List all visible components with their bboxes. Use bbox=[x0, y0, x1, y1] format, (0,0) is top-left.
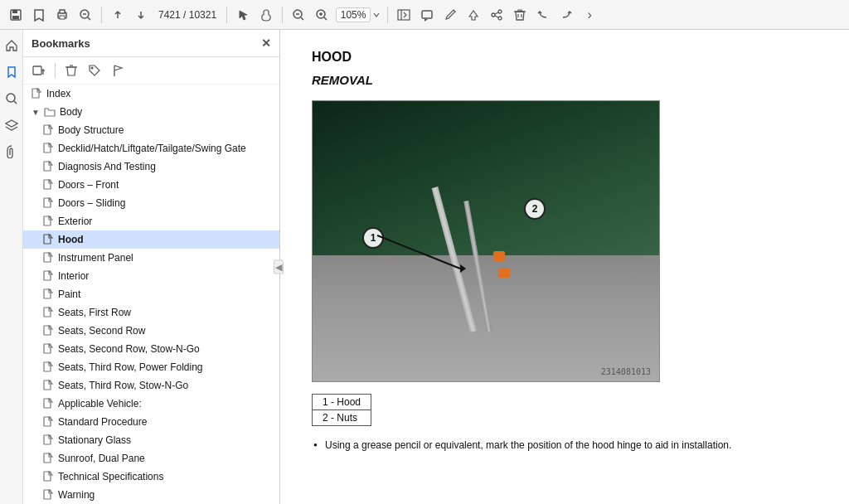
prev-page-icon[interactable] bbox=[109, 6, 127, 24]
bm-doc-icon7 bbox=[41, 215, 55, 228]
undo-icon[interactable] bbox=[534, 6, 552, 24]
zoom-out-icon[interactable] bbox=[289, 6, 308, 24]
bm-sep1 bbox=[55, 63, 56, 78]
bm-doc-icon19 bbox=[41, 434, 55, 447]
bm-label-stationary-glass: Stationary Glass bbox=[58, 434, 131, 446]
bm-label-seats-second: Seats, Second Row bbox=[58, 325, 145, 337]
bm-item-index[interactable]: Index bbox=[23, 85, 279, 103]
bookmarks-close-button[interactable]: ✕ bbox=[261, 36, 271, 50]
bm-item-body-structure[interactable]: Body Structure bbox=[23, 121, 279, 139]
bm-doc-icon12 bbox=[41, 306, 55, 319]
bookmark-icon[interactable] bbox=[30, 6, 48, 24]
bm-label-applicable-vehicle: Applicable Vehicle: bbox=[58, 398, 142, 410]
next-page-icon[interactable] bbox=[132, 6, 150, 24]
bm-item-tech-specs[interactable]: Technical Specifications bbox=[23, 468, 279, 486]
sidebar-layers-icon[interactable] bbox=[2, 116, 21, 134]
redo-icon[interactable] bbox=[557, 6, 575, 24]
zoom-fit-icon[interactable] bbox=[76, 6, 95, 24]
sidebar-search-icon[interactable] bbox=[2, 90, 21, 108]
bm-item-seats-third-stow[interactable]: Seats, Third Row, Stow-N-Go bbox=[23, 376, 279, 395]
fit-page-icon[interactable] bbox=[395, 6, 413, 24]
comment-icon[interactable] bbox=[418, 6, 436, 24]
svg-point-27 bbox=[7, 94, 15, 102]
bm-label-index: Index bbox=[46, 88, 70, 99]
bm-item-doors-sliding[interactable]: Doors – Sliding bbox=[23, 194, 279, 212]
bm-doc-icon20 bbox=[41, 452, 55, 465]
bm-doc-icon11 bbox=[41, 288, 55, 301]
bm-item-instrument-panel[interactable]: Instrument Panel bbox=[23, 249, 279, 267]
bm-item-interior[interactable]: Interior bbox=[23, 267, 279, 285]
bm-doc-icon bbox=[30, 87, 43, 100]
bookmarks-title: Bookmarks bbox=[32, 37, 90, 50]
bm-tag-icon[interactable] bbox=[85, 61, 104, 80]
bm-item-seats-second-stow[interactable]: Seats, Second Row, Stow-N-Go bbox=[23, 340, 279, 358]
zoom-value[interactable]: 105% bbox=[336, 7, 371, 22]
toolbar: 7421 / 10321 105% bbox=[0, 0, 849, 30]
more-icon[interactable]: › bbox=[580, 6, 599, 24]
bm-expand-icon[interactable] bbox=[30, 61, 48, 80]
bm-doc-icon13 bbox=[41, 324, 55, 337]
bm-item-diagnosis[interactable]: Diagnosis And Testing bbox=[23, 158, 279, 176]
bm-item-body[interactable]: ▼ Body bbox=[23, 103, 279, 121]
expand-icon-body: ▼ bbox=[30, 106, 41, 118]
bm-item-hood[interactable]: Hood bbox=[23, 230, 279, 249]
bm-label-doors-sliding: Doors – Sliding bbox=[58, 197, 125, 209]
bm-label-warning: Warning bbox=[58, 489, 95, 501]
sidebar-clip-icon[interactable] bbox=[2, 143, 21, 161]
bm-item-sunroof[interactable]: Sunroof, Dual Pane bbox=[23, 449, 279, 468]
panel-resizer[interactable] bbox=[280, 30, 285, 504]
print-icon[interactable] bbox=[53, 6, 71, 24]
highlight-icon[interactable] bbox=[464, 6, 483, 24]
bm-label-seats-second-stow: Seats, Second Row, Stow-N-Go bbox=[58, 343, 200, 355]
legend-row-2: 2 - Nuts bbox=[313, 410, 371, 426]
bookmarks-tree: Index ▼ Body Bo bbox=[23, 85, 279, 504]
svg-line-13 bbox=[324, 17, 327, 20]
bm-item-doors-front[interactable]: Doors – Front bbox=[23, 176, 279, 194]
svg-rect-18 bbox=[422, 11, 432, 18]
pen-icon[interactable] bbox=[441, 6, 459, 24]
page-info: 7421 / 10321 bbox=[158, 9, 216, 21]
save-icon[interactable] bbox=[7, 6, 25, 24]
bm-doc-icon16 bbox=[41, 379, 55, 392]
bm-doc-icon3 bbox=[41, 142, 55, 155]
svg-point-19 bbox=[498, 10, 502, 13]
bm-item-paint[interactable]: Paint bbox=[23, 285, 279, 303]
bm-doc-icon14 bbox=[41, 342, 55, 356]
legend-table: 1 - Hood 2 - Nuts bbox=[312, 394, 371, 426]
bm-doc-icon18 bbox=[41, 415, 55, 429]
bm-label-body-structure: Body Structure bbox=[58, 124, 124, 136]
share-icon[interactable] bbox=[488, 6, 506, 24]
sidebar-home-icon[interactable] bbox=[2, 36, 21, 55]
pan-icon[interactable] bbox=[257, 6, 275, 24]
bm-item-seats-third-power[interactable]: Seats, Third Row, Power Folding bbox=[23, 358, 279, 376]
bm-delete-icon[interactable] bbox=[62, 61, 80, 80]
bm-item-applicable-vehicle[interactable]: Applicable Vehicle: bbox=[23, 395, 279, 413]
delete-icon[interactable] bbox=[511, 6, 529, 24]
svg-point-20 bbox=[492, 13, 495, 17]
bm-item-standard-procedure[interactable]: Standard Procedure bbox=[23, 413, 279, 431]
legend-number-2: 2 - Nuts bbox=[313, 410, 371, 426]
bm-doc-icon6 bbox=[41, 196, 55, 210]
bm-item-exterior[interactable]: Exterior bbox=[23, 212, 279, 230]
zoom-control[interactable]: 105% bbox=[336, 7, 381, 22]
svg-rect-1 bbox=[12, 10, 17, 13]
subsection-title: REMOVAL bbox=[312, 73, 822, 87]
zoom-in-icon[interactable] bbox=[313, 6, 331, 24]
bookmarks-header: Bookmarks ✕ bbox=[23, 30, 279, 57]
separator3 bbox=[282, 7, 283, 23]
label-circle-1: 1 bbox=[362, 227, 384, 249]
bm-label-decklid: Decklid/Hatch/Liftgate/Tailgate/Swing Ga… bbox=[58, 143, 246, 154]
label-circle-2: 2 bbox=[524, 198, 546, 220]
cursor-icon[interactable] bbox=[234, 6, 252, 24]
orange-clip2-graphic bbox=[498, 268, 510, 278]
bm-item-stationary-glass[interactable]: Stationary Glass bbox=[23, 431, 279, 449]
bm-item-decklid[interactable]: Decklid/Hatch/Liftgate/Tailgate/Swing Ga… bbox=[23, 139, 279, 158]
bm-item-seats-second[interactable]: Seats, Second Row bbox=[23, 322, 279, 340]
svg-rect-5 bbox=[60, 16, 65, 19]
doc-image: 1 2 2314081013 bbox=[312, 100, 660, 382]
sidebar-bookmark-icon[interactable] bbox=[2, 63, 21, 81]
bm-item-warning[interactable]: Warning bbox=[23, 486, 279, 504]
bm-flag-icon[interactable] bbox=[109, 61, 127, 80]
bm-item-seats-first[interactable]: Seats, First Row bbox=[23, 303, 279, 322]
bookmarks-panel: Bookmarks ✕ bbox=[23, 30, 280, 504]
